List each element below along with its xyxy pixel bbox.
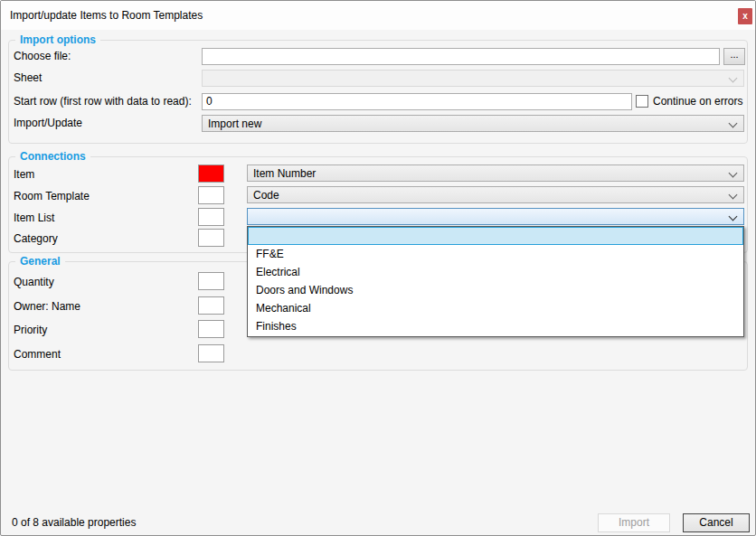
import-update-select[interactable]: Import new bbox=[202, 115, 744, 132]
group-heading-import-options: Import options bbox=[15, 33, 100, 46]
room-template-select-value: Code bbox=[253, 189, 279, 202]
owner-name-label: Owner: Name bbox=[14, 300, 80, 313]
start-row-input[interactable]: 0 bbox=[202, 93, 632, 110]
import-update-label: Import/Update bbox=[14, 117, 82, 129]
continue-on-errors-label: Continue on errors bbox=[653, 95, 742, 108]
item-color-swatch[interactable] bbox=[198, 165, 224, 183]
category-label: Category bbox=[14, 232, 58, 245]
choose-file-label: Choose file: bbox=[14, 50, 71, 62]
start-row-label: Start row (first row with data to read): bbox=[14, 95, 192, 108]
room-template-label: Room Template bbox=[14, 190, 90, 202]
continue-on-errors-checkbox[interactable] bbox=[636, 95, 648, 108]
dropdown-option-finishes[interactable]: Finishes bbox=[248, 317, 743, 335]
item-select[interactable]: Item Number bbox=[247, 165, 744, 182]
sheet-label: Sheet bbox=[14, 71, 42, 84]
import-update-dialog: Import/update Items to Room Templates x … bbox=[0, 0, 756, 536]
dropdown-option-empty[interactable] bbox=[248, 227, 743, 245]
item-list-select[interactable] bbox=[247, 208, 744, 225]
dropdown-option-mechanical[interactable]: Mechanical bbox=[248, 299, 743, 317]
browse-button[interactable]: ... bbox=[723, 48, 745, 65]
dropdown-option-ffe[interactable]: FF&E bbox=[248, 245, 743, 263]
item-select-value: Item Number bbox=[253, 167, 316, 180]
status-text: 0 of 8 available properties bbox=[12, 516, 136, 529]
import-button[interactable]: Import bbox=[598, 513, 670, 532]
owner-name-color-swatch[interactable] bbox=[198, 296, 224, 315]
import-update-select-value: Import new bbox=[208, 118, 261, 130]
cancel-button[interactable]: Cancel bbox=[683, 513, 750, 532]
quantity-label: Quantity bbox=[14, 276, 54, 288]
priority-label: Priority bbox=[14, 324, 47, 336]
chevron-down-icon bbox=[729, 119, 738, 128]
titlebar[interactable]: Import/update Items to Room Templates x bbox=[1, 1, 755, 30]
close-icon[interactable]: x bbox=[738, 8, 752, 24]
item-label: Item bbox=[14, 168, 34, 181]
item-list-color-swatch[interactable] bbox=[198, 208, 224, 226]
sheet-select bbox=[202, 70, 744, 87]
chevron-down-icon bbox=[729, 191, 738, 200]
room-template-color-swatch[interactable] bbox=[198, 186, 224, 204]
category-color-swatch[interactable] bbox=[198, 229, 224, 247]
dropdown-option-electrical[interactable]: Electrical bbox=[248, 263, 743, 281]
chevron-down-icon bbox=[729, 212, 738, 221]
comment-label: Comment bbox=[14, 348, 61, 361]
choose-file-input[interactable] bbox=[202, 48, 720, 65]
dropdown-option-doors-and-windows[interactable]: Doors and Windows bbox=[248, 281, 743, 299]
group-heading-connections: Connections bbox=[15, 150, 90, 163]
group-heading-general: General bbox=[15, 255, 65, 268]
item-list-dropdown-popup: FF&E Electrical Doors and Windows Mechan… bbox=[247, 226, 744, 337]
room-template-select[interactable]: Code bbox=[247, 186, 744, 203]
priority-color-swatch[interactable] bbox=[198, 320, 224, 338]
chevron-down-icon bbox=[729, 169, 738, 178]
chevron-down-icon bbox=[729, 74, 738, 83]
dialog-title: Import/update Items to Room Templates bbox=[10, 9, 203, 22]
quantity-color-swatch[interactable] bbox=[198, 272, 224, 290]
comment-color-swatch[interactable] bbox=[198, 344, 224, 362]
item-list-label: Item List bbox=[14, 212, 54, 224]
